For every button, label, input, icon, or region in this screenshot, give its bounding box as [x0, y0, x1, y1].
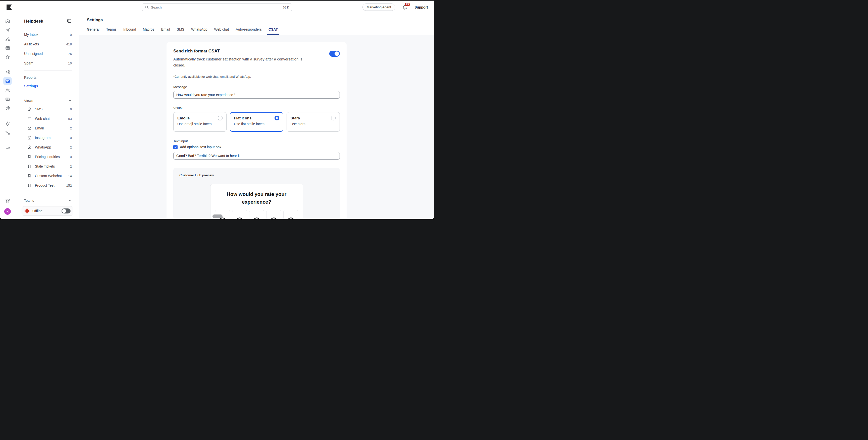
workspace-button[interactable]: Marketing Agent	[363, 3, 396, 11]
view-item-stale-tickets[interactable]: Stale Tickets 2	[24, 162, 72, 171]
pie-chart-icon[interactable]	[3, 104, 12, 112]
sidebar-item-all-tickets[interactable]: All tickets 418	[24, 39, 72, 49]
tab-csat[interactable]: CSAT	[269, 27, 278, 35]
webchat-panel-icon	[27, 116, 32, 121]
visual-option-flat-icons[interactable]: Flat icons Use flat smile faces	[230, 112, 283, 132]
optional-text-input[interactable]	[173, 152, 340, 160]
notification-badge: 73	[405, 3, 410, 6]
home-icon[interactable]	[3, 17, 12, 25]
sidebar-item-reports[interactable]: Reports	[24, 73, 72, 82]
message-input[interactable]	[173, 91, 340, 99]
views-section-header[interactable]: Views	[24, 97, 72, 104]
search-icon	[145, 5, 149, 9]
preview-question: How would you rate your experience?	[215, 191, 299, 206]
inbox-icon[interactable]	[3, 77, 12, 85]
optional-text-checkbox[interactable]	[173, 145, 178, 149]
scrollbar-thumb[interactable]	[213, 214, 222, 218]
support-link[interactable]: Support	[414, 5, 428, 9]
tab-sms[interactable]: SMS	[177, 27, 184, 35]
view-item-email[interactable]: Email 2	[24, 124, 72, 133]
chevron-up-icon	[68, 99, 72, 102]
face-happy[interactable]	[266, 210, 281, 219]
lightbulb-icon[interactable]	[3, 120, 12, 128]
email-envelope-icon	[27, 126, 32, 130]
helpdesk-sidebar: Helpdesk My Inbox 0 All tickets 418 Unas…	[15, 13, 79, 219]
tab-auto-responders[interactable]: Auto-responders	[236, 27, 262, 35]
view-item-pricing-inquiries[interactable]: Pricing inquiries 0	[24, 152, 72, 162]
tab-web-chat[interactable]: Web chat	[214, 27, 229, 35]
count-badge: 418	[66, 42, 72, 46]
availability-toggle[interactable]	[62, 208, 70, 213]
tab-inbound[interactable]: Inbound	[123, 27, 136, 35]
page-title: Settings	[87, 18, 434, 22]
csat-footnote: *Currently available for web chat, email…	[173, 75, 340, 78]
bookmark-icon	[27, 183, 32, 188]
radio-unselected[interactable]	[331, 116, 336, 121]
trending-up-icon[interactable]	[3, 144, 12, 152]
checkbox-label: Add optional text input box	[180, 145, 221, 149]
star-icon[interactable]	[3, 53, 12, 61]
list-icon[interactable]	[3, 44, 12, 52]
radio-selected[interactable]	[275, 116, 279, 121]
customer-hub-preview: Customer Hub preview How would you rate …	[173, 168, 340, 219]
tab-whatsapp[interactable]: WhatsApp	[191, 27, 208, 35]
tab-email[interactable]: Email	[161, 27, 170, 35]
csat-title: Send rich format CSAT	[173, 49, 315, 54]
face-very-happy[interactable]	[283, 210, 299, 219]
search-shortcut: ⌘ K	[283, 5, 289, 9]
top-bar: ⌘ K Marketing Agent 73 Support	[0, 1, 434, 13]
view-item-whatsapp[interactable]: WhatsApp 2	[24, 142, 72, 152]
instagram-icon	[27, 135, 32, 140]
face-neutral[interactable]	[249, 210, 264, 219]
check-icon	[174, 146, 177, 148]
sidebar-item-settings[interactable]: Settings	[24, 82, 72, 90]
preview-survey-card: How would you rate your experience?	[210, 183, 303, 219]
radio-unselected[interactable]	[218, 116, 222, 121]
view-item-custom-webchat[interactable]: Custom Webchat 14	[24, 171, 72, 181]
view-item-product-test[interactable]: Product Test 152	[24, 181, 72, 190]
sidebar-item-unassigned[interactable]: Unassigned 76	[24, 49, 72, 59]
route-icon[interactable]	[3, 129, 12, 137]
rating-faces	[215, 210, 299, 219]
notifications-button[interactable]: 73	[402, 4, 408, 10]
grid-plus-icon[interactable]	[3, 197, 12, 205]
newspaper-icon[interactable]	[3, 95, 12, 103]
search-input[interactable]	[151, 5, 281, 9]
visual-label: Visual	[173, 106, 340, 110]
face-sad[interactable]	[232, 210, 247, 219]
sitemap-icon[interactable]	[3, 35, 12, 43]
visual-option-stars[interactable]: Stars Use stars	[286, 112, 340, 132]
teams-section-header[interactable]: Teams	[24, 197, 72, 204]
screen: ⌘ K Marketing Agent 73 Support	[0, 0, 434, 220]
csat-description: Automatically track customer satisfactio…	[173, 56, 315, 68]
sidebar-item-my-inbox[interactable]: My Inbox 0	[24, 30, 72, 39]
people-icon[interactable]	[3, 86, 12, 94]
availability-label: Offline	[32, 209, 42, 213]
nav-rail: K	[0, 13, 15, 219]
send-icon[interactable]	[3, 26, 12, 34]
settings-content: Send rich format CSAT Automatically trac…	[79, 35, 434, 219]
bookmark-icon	[27, 174, 32, 178]
preview-label: Customer Hub preview	[179, 173, 334, 177]
offline-alert-icon: !	[24, 208, 30, 214]
whatsapp-icon	[27, 145, 32, 149]
view-item-instagram[interactable]: Instagram 0	[24, 133, 72, 142]
bookmark-icon	[27, 164, 32, 169]
visual-option-emojis[interactable]: Emojis Use emoji smile faces	[173, 112, 226, 132]
message-label: Message	[173, 85, 340, 89]
view-item-sms[interactable]: SMS 6	[24, 104, 72, 114]
tab-general[interactable]: General	[87, 27, 99, 35]
csat-enabled-toggle[interactable]	[329, 51, 340, 57]
settings-tabs: General Teams Inbound Macros Email SMS W…	[87, 27, 434, 35]
global-search[interactable]: ⌘ K	[142, 3, 292, 11]
view-item-web-chat[interactable]: Web chat 93	[24, 114, 72, 124]
share-nodes-icon[interactable]	[3, 68, 12, 76]
bookmark-icon	[27, 155, 32, 159]
tab-teams[interactable]: Teams	[106, 27, 117, 35]
bird-logo-icon[interactable]	[6, 4, 12, 10]
window-bottom-strip	[0, 219, 434, 220]
sidebar-item-spam[interactable]: Spam 10	[24, 59, 72, 68]
tab-macros[interactable]: Macros	[143, 27, 154, 35]
user-avatar[interactable]: K	[4, 208, 11, 215]
collapse-panel-icon[interactable]	[67, 18, 72, 24]
